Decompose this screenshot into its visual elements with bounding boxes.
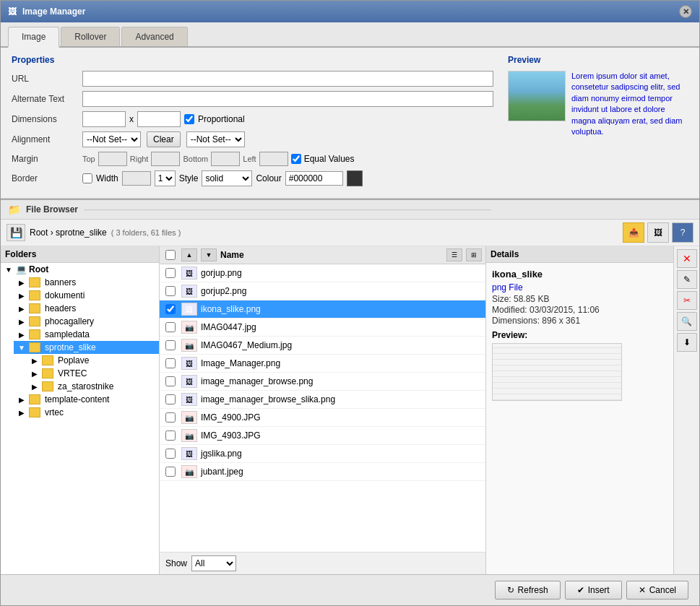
upload-button[interactable]: 📤 xyxy=(623,222,644,243)
fb-path: Root › sprotne_slike xyxy=(30,228,107,238)
root-toggle[interactable]: ▼ xyxy=(4,266,14,274)
file-img-mgr-slika-checkbox[interactable] xyxy=(163,394,178,404)
file-gorjup-checkbox[interactable] xyxy=(163,268,178,278)
dimension-x: x xyxy=(129,114,134,124)
file-jubant-checkbox[interactable] xyxy=(163,467,178,477)
margin-right[interactable] xyxy=(151,152,180,166)
file-imag0447[interactable]: 📷 IMAG0447.jpg xyxy=(160,319,485,337)
folder-headers[interactable]: ▶ headers xyxy=(14,302,159,315)
drive-button[interactable]: 💾 xyxy=(7,224,25,241)
vrtec2-toggle[interactable]: ▶ xyxy=(17,409,27,417)
file-imag0447-checkbox[interactable] xyxy=(163,322,178,332)
sampledata-toggle[interactable]: ▶ xyxy=(17,331,27,339)
left-label: Left xyxy=(243,155,256,163)
file-gorjup[interactable]: 🖼 gorjup.png xyxy=(160,264,485,282)
file-img4903[interactable]: 📷 IMG_4903.JPG xyxy=(160,427,485,445)
file-ikona-checkbox[interactable] xyxy=(163,304,178,314)
dimension-width[interactable] xyxy=(82,111,126,127)
folder-vrtec[interactable]: ▶ VRTEC xyxy=(27,367,159,380)
file-img4900-checkbox[interactable] xyxy=(163,412,178,423)
file-gorjup2-checkbox[interactable] xyxy=(163,286,178,296)
col-sort-1[interactable]: ☰ xyxy=(446,248,462,261)
subfolder-dokumenti: ▶ dokumenti xyxy=(1,289,159,302)
vrtec-toggle[interactable]: ▶ xyxy=(30,370,40,378)
sampledata-icon xyxy=(29,329,40,339)
border-checkbox[interactable] xyxy=(82,173,92,183)
crop-button[interactable]: ✂ xyxy=(677,291,697,310)
tab-advanced[interactable]: Advanced xyxy=(121,27,187,46)
sort-desc-button[interactable]: ▼ xyxy=(201,248,217,261)
border-width-select[interactable]: 1 xyxy=(155,170,176,186)
file-image-manager-browse[interactable]: 🖼 image_manager_browse.png xyxy=(160,373,485,391)
edit-button[interactable]: ✎ xyxy=(677,270,697,289)
file-image-manager-checkbox[interactable] xyxy=(163,358,178,368)
file-image-manager[interactable]: 🖼 Image_Manager.png xyxy=(160,355,485,373)
banners-toggle[interactable]: ▶ xyxy=(17,279,27,287)
folder-template-content[interactable]: ▶ template-content xyxy=(14,393,159,406)
equal-values-checkbox[interactable] xyxy=(291,154,301,164)
close-button[interactable]: ✕ xyxy=(679,5,692,18)
folder-root[interactable]: ▼ 💻 Root xyxy=(1,263,159,276)
folder-vrtec2[interactable]: ▶ vrtec xyxy=(14,406,159,419)
folder-sampledata[interactable]: ▶ sampledata xyxy=(14,328,159,341)
tab-rollover[interactable]: Rollover xyxy=(61,27,120,46)
sort-asc-button[interactable]: ▲ xyxy=(181,248,197,261)
folder-banners[interactable]: ▶ banners xyxy=(14,276,159,289)
file-gorjup2[interactable]: 🖼 gorjup2.png xyxy=(160,282,485,300)
help-button[interactable]: ? xyxy=(672,222,693,243)
phocagallery-toggle[interactable]: ▶ xyxy=(17,318,27,326)
margin-top[interactable] xyxy=(98,152,127,166)
template-toggle[interactable]: ▶ xyxy=(17,396,27,404)
border-style-select[interactable]: solid dashed dotted xyxy=(202,170,252,186)
download-button[interactable]: ⬇ xyxy=(677,333,697,352)
margin-bottom[interactable] xyxy=(211,152,240,166)
alignment-select2[interactable]: --Not Set-- xyxy=(186,131,245,147)
clear-button[interactable]: Clear xyxy=(147,131,181,147)
margin-left[interactable] xyxy=(259,152,288,166)
file-imag0467[interactable]: 📷 IMAG0467_Medium.jpg xyxy=(160,337,485,355)
cancel-button[interactable]: ✕ Cancel xyxy=(626,581,688,599)
preview-image xyxy=(508,71,566,121)
file-list-header: ▲ ▼ Name ☰ ⊞ xyxy=(160,246,485,264)
delete-button[interactable]: ✕ xyxy=(677,249,697,268)
za-starostnike-toggle[interactable]: ▶ xyxy=(30,383,40,391)
file-img4903-checkbox[interactable] xyxy=(163,430,178,441)
file-jgslika[interactable]: 🖼 jgslika.png xyxy=(160,445,485,463)
folder-dokumenti[interactable]: ▶ dokumenti xyxy=(14,289,159,302)
file-img-mgr-slika-name: image_manager_browse_slika.png xyxy=(201,394,482,404)
file-jgslika-checkbox[interactable] xyxy=(163,449,178,459)
sprotne-toggle[interactable]: ▼ xyxy=(17,344,27,352)
file-imag0467-checkbox[interactable] xyxy=(163,340,178,350)
file-ikona-slike[interactable]: 🖼 ikona_slike.png xyxy=(160,300,485,319)
details-header: Details xyxy=(486,246,673,263)
border-width[interactable] xyxy=(122,171,151,186)
alignment-select[interactable]: --Not Set-- Left Right Top Bottom xyxy=(82,131,141,147)
dokumenti-toggle[interactable]: ▶ xyxy=(17,292,27,300)
alt-input[interactable] xyxy=(82,91,493,107)
file-img4900[interactable]: 📷 IMG_4900.JPG xyxy=(160,409,485,427)
dimension-height[interactable] xyxy=(137,111,181,127)
refresh-button[interactable]: ↻ Refresh xyxy=(495,581,561,599)
poplave-toggle[interactable]: ▶ xyxy=(30,357,40,365)
insert-button[interactable]: ✔ Insert xyxy=(565,581,622,599)
url-input[interactable] xyxy=(82,71,493,87)
colour-swatch[interactable] xyxy=(347,170,363,186)
search-button[interactable]: 🔍 xyxy=(677,312,697,331)
file-image-manager-browse-slika[interactable]: 🖼 image_manager_browse_slika.png xyxy=(160,391,485,409)
window-icon: 🖼 xyxy=(8,7,17,17)
headers-toggle[interactable]: ▶ xyxy=(17,305,27,313)
tab-image[interactable]: Image xyxy=(8,27,59,48)
folder-sprotne-slike[interactable]: ▼ sprotne_slike xyxy=(14,341,159,354)
thumbnail-view-button[interactable]: 🖼 xyxy=(647,222,669,243)
colour-input[interactable] xyxy=(285,171,343,186)
folder-phocagallery[interactable]: ▶ phocagallery xyxy=(14,315,159,328)
col-sort-2[interactable]: ⊞ xyxy=(466,248,482,261)
file-jubant[interactable]: 📷 jubant.jpeg xyxy=(160,463,485,481)
proportional-checkbox[interactable] xyxy=(184,114,194,124)
folder-poplave[interactable]: ▶ Poplave xyxy=(27,354,159,367)
file-img-mgr-browse-checkbox[interactable] xyxy=(163,376,178,386)
show-select[interactable]: All Images xyxy=(191,555,236,571)
select-all-checkbox[interactable] xyxy=(163,250,178,260)
folder-za-starostnike[interactable]: ▶ za_starostnike xyxy=(27,380,159,393)
folder-template-label: template-content xyxy=(45,394,109,404)
